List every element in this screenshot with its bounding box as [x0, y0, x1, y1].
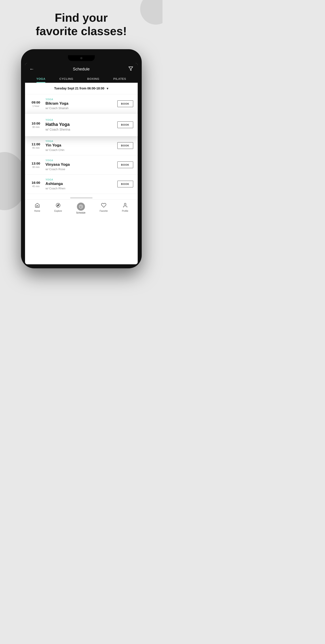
- class-name: Vinyasa Yoga: [46, 162, 114, 167]
- class-category: YOGA: [46, 159, 114, 162]
- nav-label-favorite: Favorite: [100, 210, 108, 212]
- svg-rect-1: [37, 206, 38, 207]
- class-duration: 30 min: [29, 166, 42, 168]
- class-name: Hatha Yoga: [46, 122, 114, 127]
- class-item-ashtanga: 16:00 45 min YOGA Ashtanga w/ Coach Rhen…: [25, 175, 138, 194]
- nav-title: Schedule: [73, 67, 90, 72]
- tab-pilates[interactable]: PILATES: [113, 75, 126, 83]
- header-line1: Find your: [55, 11, 108, 24]
- class-category: YOGA: [46, 98, 114, 100]
- class-time: 16:00: [29, 181, 42, 184]
- class-name: Bikram Yoga: [46, 101, 114, 106]
- explore-icon: [55, 202, 61, 209]
- time-col: 11:00 45 min: [29, 142, 42, 149]
- page-background: Find your favorite classes! ← Schedule: [0, 0, 162, 322]
- page-header: Find your favorite classes!: [0, 0, 162, 47]
- nav-item-favorite[interactable]: Favorite: [100, 202, 108, 214]
- time-col: 10:00 30 min: [29, 122, 42, 128]
- class-info: YOGA Bikram Yoga w/ Coach Shairah: [46, 98, 114, 110]
- date-text: Tuesday Sept 21 from 06:00-18:00: [54, 86, 104, 90]
- class-time: 13:00: [29, 162, 42, 165]
- phone-mockup: ← Schedule YOGA CYCLING BOXING PI: [0, 49, 162, 268]
- header-line2: favorite classes!: [36, 24, 127, 38]
- class-coach: w/ Coach Rhen: [46, 187, 114, 190]
- profile-icon: [122, 202, 128, 209]
- class-time: 11:00: [29, 142, 42, 146]
- book-button-vinyasa[interactable]: BOOK: [117, 162, 133, 168]
- filter-button[interactable]: [128, 66, 133, 72]
- svg-marker-0: [128, 67, 133, 70]
- book-button-bikram[interactable]: BOOK: [117, 100, 133, 107]
- nav-item-schedule[interactable]: Schedule: [76, 202, 86, 214]
- tab-bar: YOGA CYCLING BOXING PILATES: [29, 75, 133, 83]
- nav-label-profile: Profile: [122, 210, 128, 212]
- nav-item-profile[interactable]: Profile: [122, 202, 128, 214]
- class-info: YOGA Hatha Yoga w/ Coach Sherina: [46, 118, 114, 131]
- back-button[interactable]: ←: [29, 66, 34, 72]
- phone-screen: ← Schedule YOGA CYCLING BOXING PI: [25, 63, 138, 264]
- chevron-down-icon: ▾: [107, 86, 108, 90]
- time-col: 16:00 45 min: [29, 181, 42, 188]
- phone-frame: ← Schedule YOGA CYCLING BOXING PI: [21, 49, 142, 268]
- class-coach: w/ Coach Sherina: [46, 128, 114, 131]
- tab-cycling[interactable]: CYCLING: [59, 75, 73, 83]
- tab-boxing[interactable]: BOXING: [87, 75, 99, 83]
- class-item-hatha: 10:00 30 min YOGA Hatha Yoga w/ Coach Sh…: [25, 114, 138, 136]
- class-duration: 1 hour: [29, 105, 42, 107]
- class-duration: 30 min: [29, 126, 42, 128]
- book-button-yin[interactable]: BOOK: [117, 142, 133, 149]
- scroll-indicator: [25, 194, 138, 199]
- class-info: YOGA Vinyasa Yoga w/ Coach Rose: [46, 159, 114, 171]
- schedule-icon: [77, 202, 85, 211]
- class-coach: w/ Coach Rose: [46, 168, 114, 171]
- svg-point-5: [124, 203, 126, 205]
- nav-item-home[interactable]: Home: [34, 202, 40, 214]
- class-name: Yin Yoga: [46, 143, 114, 148]
- nav-item-explore[interactable]: Explore: [54, 202, 62, 214]
- class-category: YOGA: [46, 178, 114, 181]
- time-col: 09:00 1 hour: [29, 100, 42, 107]
- class-category: YOGA: [46, 118, 114, 121]
- app-header: ← Schedule YOGA CYCLING BOXING PI: [25, 63, 138, 83]
- nav-label-home: Home: [34, 210, 40, 212]
- bottom-nav: Home Explore: [25, 199, 138, 218]
- date-selector[interactable]: Tuesday Sept 21 from 06:00-18:00 ▾: [25, 83, 138, 94]
- favorite-icon: [101, 202, 106, 209]
- phone-notch: [68, 55, 95, 61]
- class-duration: 45 min: [29, 185, 42, 188]
- svg-marker-3: [57, 204, 59, 206]
- class-duration: 45 min: [29, 146, 42, 149]
- class-time: 09:00: [29, 100, 42, 104]
- home-icon: [35, 202, 40, 209]
- class-time: 10:00: [29, 122, 42, 125]
- nav-bar: ← Schedule: [29, 66, 133, 75]
- class-coach: w/ Coach Chin: [46, 148, 114, 152]
- class-category: YOGA: [46, 140, 114, 142]
- tab-yoga[interactable]: YOGA: [36, 75, 45, 83]
- phone-notch-area: [25, 53, 138, 63]
- book-button-hatha[interactable]: BOOK: [117, 122, 133, 128]
- class-item-yin: 11:00 45 min YOGA Yin Yoga w/ Coach Chin…: [25, 136, 138, 156]
- class-info: YOGA Yin Yoga w/ Coach Chin: [46, 140, 114, 152]
- class-coach: w/ Coach Shairah: [46, 106, 114, 110]
- class-item-bikram: 09:00 1 hour YOGA Bikram Yoga w/ Coach S…: [25, 94, 138, 114]
- book-button-ashtanga[interactable]: BOOK: [117, 181, 133, 188]
- nav-label-schedule: Schedule: [76, 212, 86, 214]
- time-col: 13:00 30 min: [29, 162, 42, 168]
- nav-label-explore: Explore: [54, 210, 62, 212]
- class-name: Ashtanga: [46, 182, 114, 186]
- class-item-vinyasa: 13:00 30 min YOGA Vinyasa Yoga w/ Coach …: [25, 156, 138, 175]
- class-info: YOGA Ashtanga w/ Coach Rhen: [46, 178, 114, 190]
